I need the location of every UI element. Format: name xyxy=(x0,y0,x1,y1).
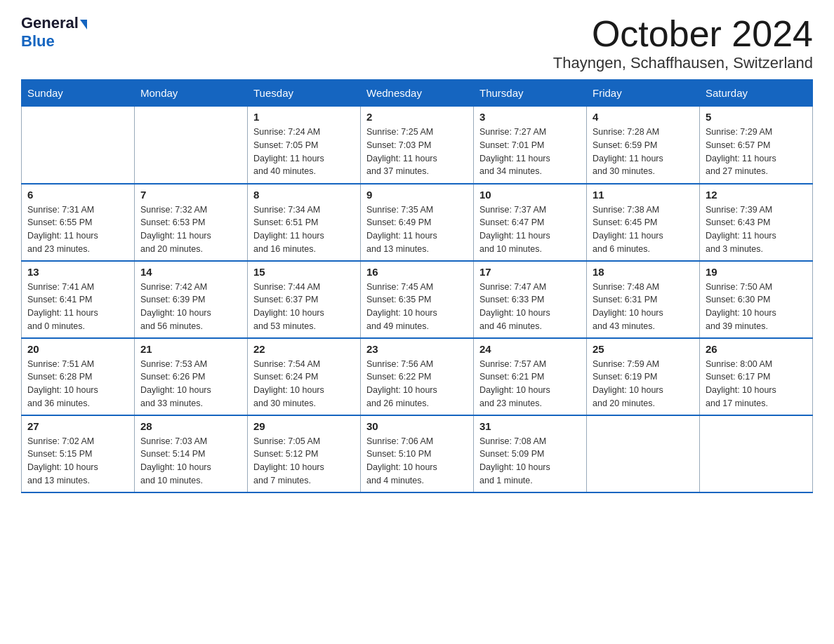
day-number: 12 xyxy=(706,189,807,201)
day-number: 1 xyxy=(253,111,355,123)
calendar-cell: 2Sunrise: 7:25 AM Sunset: 7:03 PM Daylig… xyxy=(361,107,474,184)
day-number: 3 xyxy=(479,111,581,123)
logo-blue-text: Blue xyxy=(21,32,55,51)
day-info: Sunrise: 7:48 AM Sunset: 6:31 PM Dayligh… xyxy=(593,281,694,333)
day-number: 25 xyxy=(593,343,694,355)
calendar-cell: 9Sunrise: 7:35 AM Sunset: 6:49 PM Daylig… xyxy=(361,184,474,261)
calendar-cell: 21Sunrise: 7:53 AM Sunset: 6:26 PM Dayli… xyxy=(135,338,248,415)
logo-blue-part xyxy=(79,18,87,28)
day-number: 4 xyxy=(593,111,694,123)
day-info: Sunrise: 7:41 AM Sunset: 6:41 PM Dayligh… xyxy=(27,281,128,333)
calendar-header: Sunday Monday Tuesday Wednesday Thursday… xyxy=(22,80,813,107)
calendar-cell: 5Sunrise: 7:29 AM Sunset: 6:57 PM Daylig… xyxy=(700,107,813,184)
day-info: Sunrise: 7:39 AM Sunset: 6:43 PM Dayligh… xyxy=(706,203,807,256)
calendar-week-row: 6Sunrise: 7:31 AM Sunset: 6:55 PM Daylig… xyxy=(22,184,813,261)
col-saturday: Saturday xyxy=(700,80,813,107)
day-number: 26 xyxy=(706,343,807,355)
day-number: 6 xyxy=(27,189,128,201)
day-number: 31 xyxy=(479,420,581,432)
day-number: 29 xyxy=(253,420,355,432)
calendar-body: 1Sunrise: 7:24 AM Sunset: 7:05 PM Daylig… xyxy=(22,107,813,492)
day-number: 14 xyxy=(140,266,241,278)
day-info: Sunrise: 7:37 AM Sunset: 6:47 PM Dayligh… xyxy=(479,203,581,256)
calendar-cell: 6Sunrise: 7:31 AM Sunset: 6:55 PM Daylig… xyxy=(22,184,135,261)
day-info: Sunrise: 7:45 AM Sunset: 6:35 PM Dayligh… xyxy=(366,281,468,333)
calendar-cell: 16Sunrise: 7:45 AM Sunset: 6:35 PM Dayli… xyxy=(361,261,474,338)
day-info: Sunrise: 7:27 AM Sunset: 7:01 PM Dayligh… xyxy=(479,126,581,178)
calendar-cell: 27Sunrise: 7:02 AM Sunset: 5:15 PM Dayli… xyxy=(22,415,135,492)
day-info: Sunrise: 7:06 AM Sunset: 5:10 PM Dayligh… xyxy=(366,435,468,488)
day-info: Sunrise: 7:32 AM Sunset: 6:53 PM Dayligh… xyxy=(140,203,241,256)
day-info: Sunrise: 7:28 AM Sunset: 6:59 PM Dayligh… xyxy=(593,126,694,178)
calendar-cell: 23Sunrise: 7:56 AM Sunset: 6:22 PM Dayli… xyxy=(361,338,474,415)
day-number: 21 xyxy=(140,343,241,355)
day-number: 5 xyxy=(706,111,807,123)
day-number: 27 xyxy=(27,420,128,432)
month-title: October 2024 xyxy=(553,14,813,54)
day-number: 13 xyxy=(27,266,128,278)
calendar-cell: 4Sunrise: 7:28 AM Sunset: 6:59 PM Daylig… xyxy=(587,107,700,184)
day-number: 24 xyxy=(479,343,581,355)
col-sunday: Sunday xyxy=(22,80,135,107)
day-info: Sunrise: 7:57 AM Sunset: 6:21 PM Dayligh… xyxy=(479,358,581,410)
calendar-cell: 22Sunrise: 7:54 AM Sunset: 6:24 PM Dayli… xyxy=(248,338,361,415)
calendar-cell: 12Sunrise: 7:39 AM Sunset: 6:43 PM Dayli… xyxy=(700,184,813,261)
calendar-cell: 11Sunrise: 7:38 AM Sunset: 6:45 PM Dayli… xyxy=(587,184,700,261)
day-number: 9 xyxy=(366,189,468,201)
calendar-cell: 10Sunrise: 7:37 AM Sunset: 6:47 PM Dayli… xyxy=(474,184,587,261)
calendar-cell: 26Sunrise: 8:00 AM Sunset: 6:17 PM Dayli… xyxy=(700,338,813,415)
day-number: 10 xyxy=(479,189,581,201)
day-info: Sunrise: 7:31 AM Sunset: 6:55 PM Dayligh… xyxy=(27,203,128,256)
day-number: 30 xyxy=(366,420,468,432)
header-row: Sunday Monday Tuesday Wednesday Thursday… xyxy=(22,80,813,107)
logo-general-text: General xyxy=(21,14,79,32)
logo-triangle-icon xyxy=(80,20,87,29)
calendar-cell xyxy=(587,415,700,492)
day-info: Sunrise: 7:34 AM Sunset: 6:51 PM Dayligh… xyxy=(253,203,355,256)
day-number: 7 xyxy=(140,189,241,201)
day-number: 11 xyxy=(593,189,694,201)
day-number: 16 xyxy=(366,266,468,278)
day-info: Sunrise: 7:53 AM Sunset: 6:26 PM Dayligh… xyxy=(140,358,241,410)
calendar-cell xyxy=(22,107,135,184)
calendar-table: Sunday Monday Tuesday Wednesday Thursday… xyxy=(21,79,813,493)
day-info: Sunrise: 7:59 AM Sunset: 6:19 PM Dayligh… xyxy=(593,358,694,410)
day-number: 17 xyxy=(479,266,581,278)
day-info: Sunrise: 7:29 AM Sunset: 6:57 PM Dayligh… xyxy=(706,126,807,178)
logo: General Blue xyxy=(21,14,87,51)
calendar-cell: 20Sunrise: 7:51 AM Sunset: 6:28 PM Dayli… xyxy=(22,338,135,415)
location-title: Thayngen, Schaffhausen, Switzerland xyxy=(553,54,813,72)
day-info: Sunrise: 7:47 AM Sunset: 6:33 PM Dayligh… xyxy=(479,281,581,333)
day-number: 8 xyxy=(253,189,355,201)
page-header: General Blue October 2024 Thayngen, Scha… xyxy=(21,14,813,72)
day-info: Sunrise: 7:03 AM Sunset: 5:14 PM Dayligh… xyxy=(140,435,241,488)
day-info: Sunrise: 7:44 AM Sunset: 6:37 PM Dayligh… xyxy=(253,281,355,333)
calendar-week-row: 1Sunrise: 7:24 AM Sunset: 7:05 PM Daylig… xyxy=(22,107,813,184)
day-number: 28 xyxy=(140,420,241,432)
day-number: 15 xyxy=(253,266,355,278)
day-info: Sunrise: 8:00 AM Sunset: 6:17 PM Dayligh… xyxy=(706,358,807,410)
calendar-cell: 13Sunrise: 7:41 AM Sunset: 6:41 PM Dayli… xyxy=(22,261,135,338)
day-info: Sunrise: 7:24 AM Sunset: 7:05 PM Dayligh… xyxy=(253,126,355,178)
day-info: Sunrise: 7:02 AM Sunset: 5:15 PM Dayligh… xyxy=(27,435,128,488)
calendar-cell: 3Sunrise: 7:27 AM Sunset: 7:01 PM Daylig… xyxy=(474,107,587,184)
calendar-cell xyxy=(135,107,248,184)
calendar-cell: 24Sunrise: 7:57 AM Sunset: 6:21 PM Dayli… xyxy=(474,338,587,415)
calendar-cell: 19Sunrise: 7:50 AM Sunset: 6:30 PM Dayli… xyxy=(700,261,813,338)
day-info: Sunrise: 7:51 AM Sunset: 6:28 PM Dayligh… xyxy=(27,358,128,410)
day-info: Sunrise: 7:38 AM Sunset: 6:45 PM Dayligh… xyxy=(593,203,694,256)
calendar-week-row: 27Sunrise: 7:02 AM Sunset: 5:15 PM Dayli… xyxy=(22,415,813,492)
title-block: October 2024 Thayngen, Schaffhausen, Swi… xyxy=(553,14,813,72)
col-thursday: Thursday xyxy=(474,80,587,107)
day-number: 20 xyxy=(27,343,128,355)
calendar-cell: 30Sunrise: 7:06 AM Sunset: 5:10 PM Dayli… xyxy=(361,415,474,492)
calendar-week-row: 20Sunrise: 7:51 AM Sunset: 6:28 PM Dayli… xyxy=(22,338,813,415)
calendar-cell: 14Sunrise: 7:42 AM Sunset: 6:39 PM Dayli… xyxy=(135,261,248,338)
col-friday: Friday xyxy=(587,80,700,107)
calendar-cell: 25Sunrise: 7:59 AM Sunset: 6:19 PM Dayli… xyxy=(587,338,700,415)
calendar-week-row: 13Sunrise: 7:41 AM Sunset: 6:41 PM Dayli… xyxy=(22,261,813,338)
day-info: Sunrise: 7:08 AM Sunset: 5:09 PM Dayligh… xyxy=(479,435,581,488)
day-info: Sunrise: 7:05 AM Sunset: 5:12 PM Dayligh… xyxy=(253,435,355,488)
day-number: 2 xyxy=(366,111,468,123)
day-number: 18 xyxy=(593,266,694,278)
